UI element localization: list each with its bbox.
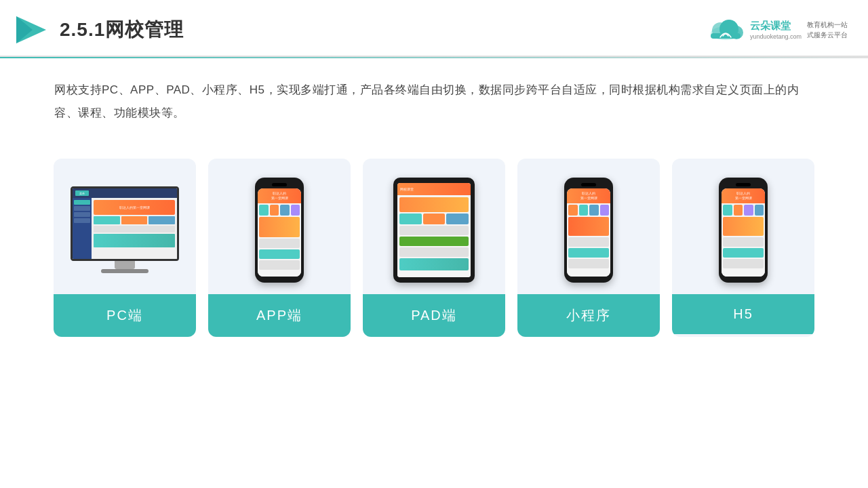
miniapp-phone-mockup: 职达人的第一堂网课: [564, 178, 613, 283]
pad-tablet-mockup: 网校课堂: [393, 178, 475, 283]
brand-tagline: 教育机构一站 式服务云平台: [807, 20, 848, 40]
card-pad-image: 网校课堂: [363, 159, 505, 294]
pc-monitor-mockup: 菜单 职达人的第一堂网课: [67, 186, 182, 273]
card-app-label: APP端: [208, 294, 351, 337]
card-h5: 职达人的第一堂网课: [672, 159, 814, 337]
h5-phone-mockup: 职达人的第一堂网课: [719, 178, 768, 283]
card-h5-image: 职达人的第一堂网课: [672, 159, 814, 294]
brand-text: 云朵课堂 yunduoketang.com: [750, 18, 802, 41]
card-miniapp-label: 小程序: [517, 294, 660, 337]
brand-logo: 云朵课堂 yunduoketang.com 教育机构一站 式服务云平台: [707, 17, 848, 43]
header: 2.5.1网校管理 云朵课堂 yunduoketang.com 教育机构一站 式…: [0, 0, 868, 57]
brand-cloud-icon: [707, 17, 745, 43]
cards-container: 菜单 职达人的第一堂网课: [0, 138, 868, 350]
card-h5-label: H5: [672, 294, 814, 334]
card-app: 职达人的第一堂网课: [208, 159, 351, 337]
app-phone-mockup: 职达人的第一堂网课: [255, 178, 304, 283]
card-pc: 菜单 职达人的第一堂网课: [54, 159, 196, 337]
card-pc-image: 菜单 职达人的第一堂网课: [54, 159, 196, 294]
logo-arrow-icon: [14, 12, 49, 47]
card-miniapp-image: 职达人的第一堂网课: [517, 159, 660, 294]
card-pc-label: PC端: [54, 294, 196, 337]
brand-url: yunduoketang.com: [750, 33, 802, 41]
card-pad: 网校课堂 P: [363, 159, 505, 337]
description-text: 网校支持PC、APP、PAD、小程序、H5，实现多端打通，产品各终端自由切换，数…: [0, 58, 868, 131]
header-left: 2.5.1网校管理: [14, 12, 184, 47]
card-miniapp: 职达人的第一堂网课: [517, 159, 660, 337]
card-app-image: 职达人的第一堂网课: [208, 159, 351, 294]
card-pad-label: PAD端: [363, 294, 505, 337]
brand-name: 云朵课堂: [750, 18, 802, 33]
page-title: 2.5.1网校管理: [60, 17, 184, 43]
